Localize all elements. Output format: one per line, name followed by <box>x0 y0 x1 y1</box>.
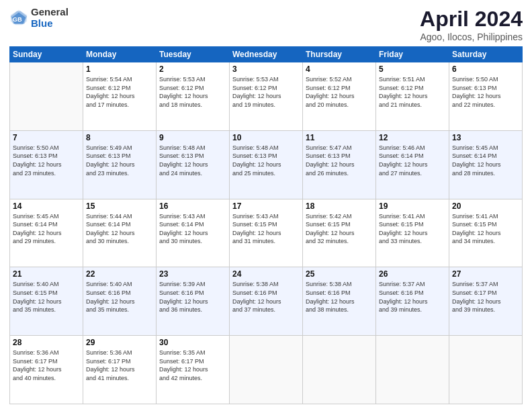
th-wednesday: Wednesday <box>230 47 303 62</box>
table-row: 11Sunrise: 5:47 AM Sunset: 6:13 PM Dayli… <box>303 130 376 199</box>
day-info: Sunrise: 5:36 AM Sunset: 6:17 PM Dayligh… <box>13 349 80 382</box>
th-sunday: Sunday <box>10 47 83 62</box>
day-info: Sunrise: 5:43 AM Sunset: 6:15 PM Dayligh… <box>232 212 300 246</box>
main-title: April 2024 <box>420 7 523 32</box>
table-row: 26Sunrise: 5:37 AM Sunset: 6:16 PM Dayli… <box>376 267 449 336</box>
table-row: 15Sunrise: 5:44 AM Sunset: 6:14 PM Dayli… <box>83 199 157 267</box>
table-row: 8Sunrise: 5:49 AM Sunset: 6:13 PM Daylig… <box>83 130 157 199</box>
day-number: 22 <box>86 269 153 279</box>
calendar-table: Sunday Monday Tuesday Wednesday Thursday… <box>9 46 523 404</box>
table-row: 24Sunrise: 5:38 AM Sunset: 6:16 PM Dayli… <box>230 267 303 336</box>
day-info: Sunrise: 5:40 AM Sunset: 6:16 PM Dayligh… <box>86 280 153 314</box>
day-info: Sunrise: 5:41 AM Sunset: 6:15 PM Dayligh… <box>379 212 446 246</box>
table-row <box>10 62 83 131</box>
table-row: 29Sunrise: 5:36 AM Sunset: 6:17 PM Dayli… <box>83 336 157 404</box>
th-thursday: Thursday <box>303 47 376 62</box>
day-info: Sunrise: 5:48 AM Sunset: 6:13 PM Dayligh… <box>159 144 226 177</box>
day-number: 27 <box>452 269 519 279</box>
day-number: 28 <box>13 338 80 347</box>
day-info: Sunrise: 5:43 AM Sunset: 6:14 PM Dayligh… <box>159 212 226 246</box>
page: GB General Blue April 2024 Agoo, Ilocos,… <box>0 0 532 411</box>
day-info: Sunrise: 5:50 AM Sunset: 6:13 PM Dayligh… <box>13 144 80 177</box>
table-row: 22Sunrise: 5:40 AM Sunset: 6:16 PM Dayli… <box>83 267 157 336</box>
day-info: Sunrise: 5:50 AM Sunset: 6:13 PM Dayligh… <box>452 75 519 109</box>
day-info: Sunrise: 5:54 AM Sunset: 6:12 PM Dayligh… <box>86 75 153 109</box>
day-number: 21 <box>13 269 80 279</box>
day-info: Sunrise: 5:37 AM Sunset: 6:16 PM Dayligh… <box>379 280 446 314</box>
day-number: 17 <box>232 201 300 211</box>
day-info: Sunrise: 5:40 AM Sunset: 6:15 PM Dayligh… <box>13 280 80 314</box>
week-row-5: 28Sunrise: 5:36 AM Sunset: 6:17 PM Dayli… <box>10 336 523 404</box>
week-row-3: 14Sunrise: 5:45 AM Sunset: 6:14 PM Dayli… <box>10 199 523 267</box>
day-number: 15 <box>86 201 153 211</box>
day-number: 24 <box>232 269 300 279</box>
day-number: 8 <box>86 133 153 142</box>
table-row: 19Sunrise: 5:41 AM Sunset: 6:15 PM Dayli… <box>376 199 449 267</box>
day-number: 5 <box>379 64 446 74</box>
day-number: 12 <box>379 133 446 142</box>
day-number: 14 <box>13 201 80 211</box>
day-number: 30 <box>159 338 226 347</box>
subtitle: Agoo, Ilocos, Philippines <box>420 32 523 42</box>
table-row: 20Sunrise: 5:41 AM Sunset: 6:15 PM Dayli… <box>449 199 523 267</box>
week-row-1: 1Sunrise: 5:54 AM Sunset: 6:12 PM Daylig… <box>10 62 523 131</box>
th-tuesday: Tuesday <box>157 47 230 62</box>
table-row: 12Sunrise: 5:46 AM Sunset: 6:14 PM Dayli… <box>376 130 449 199</box>
day-number: 11 <box>306 133 373 142</box>
logo-text: General Blue <box>31 7 69 29</box>
table-row: 16Sunrise: 5:43 AM Sunset: 6:14 PM Dayli… <box>157 199 230 267</box>
day-info: Sunrise: 5:42 AM Sunset: 6:15 PM Dayligh… <box>306 212 373 246</box>
day-number: 2 <box>159 64 226 74</box>
title-block: April 2024 Agoo, Ilocos, Philippines <box>420 7 523 42</box>
table-row: 25Sunrise: 5:38 AM Sunset: 6:16 PM Dayli… <box>303 267 376 336</box>
day-number: 4 <box>306 64 373 74</box>
day-number: 19 <box>379 201 446 211</box>
day-number: 16 <box>159 201 226 211</box>
day-info: Sunrise: 5:39 AM Sunset: 6:16 PM Dayligh… <box>159 280 226 314</box>
table-row <box>303 336 376 404</box>
day-info: Sunrise: 5:53 AM Sunset: 6:12 PM Dayligh… <box>159 75 226 109</box>
th-friday: Friday <box>376 47 449 62</box>
day-number: 6 <box>452 64 519 74</box>
day-info: Sunrise: 5:46 AM Sunset: 6:14 PM Dayligh… <box>379 144 446 177</box>
table-row: 4Sunrise: 5:52 AM Sunset: 6:12 PM Daylig… <box>303 62 376 131</box>
day-number: 18 <box>306 201 373 211</box>
day-info: Sunrise: 5:52 AM Sunset: 6:12 PM Dayligh… <box>306 75 373 109</box>
day-info: Sunrise: 5:45 AM Sunset: 6:14 PM Dayligh… <box>452 144 519 177</box>
day-number: 1 <box>86 64 153 74</box>
day-info: Sunrise: 5:53 AM Sunset: 6:12 PM Dayligh… <box>232 75 300 109</box>
table-row: 9Sunrise: 5:48 AM Sunset: 6:13 PM Daylig… <box>157 130 230 199</box>
header-row: Sunday Monday Tuesday Wednesday Thursday… <box>10 47 523 62</box>
logo-blue-text: Blue <box>31 18 69 30</box>
table-row: 7Sunrise: 5:50 AM Sunset: 6:13 PM Daylig… <box>10 130 83 199</box>
table-row: 10Sunrise: 5:48 AM Sunset: 6:13 PM Dayli… <box>230 130 303 199</box>
table-row: 14Sunrise: 5:45 AM Sunset: 6:14 PM Dayli… <box>10 199 83 267</box>
day-number: 9 <box>159 133 226 142</box>
day-info: Sunrise: 5:36 AM Sunset: 6:17 PM Dayligh… <box>86 349 153 382</box>
table-row: 17Sunrise: 5:43 AM Sunset: 6:15 PM Dayli… <box>230 199 303 267</box>
logo: GB General Blue <box>9 7 69 29</box>
table-row: 27Sunrise: 5:37 AM Sunset: 6:17 PM Dayli… <box>449 267 523 336</box>
day-number: 23 <box>159 269 226 279</box>
table-row <box>449 336 523 404</box>
table-row: 6Sunrise: 5:50 AM Sunset: 6:13 PM Daylig… <box>449 62 523 131</box>
th-monday: Monday <box>83 47 157 62</box>
day-number: 13 <box>452 133 519 142</box>
day-number: 3 <box>232 64 300 74</box>
table-row: 18Sunrise: 5:42 AM Sunset: 6:15 PM Dayli… <box>303 199 376 267</box>
th-saturday: Saturday <box>449 47 523 62</box>
day-info: Sunrise: 5:45 AM Sunset: 6:14 PM Dayligh… <box>13 212 80 246</box>
day-number: 7 <box>13 133 80 142</box>
table-row: 13Sunrise: 5:45 AM Sunset: 6:14 PM Dayli… <box>449 130 523 199</box>
svg-text:GB: GB <box>13 15 22 22</box>
table-row: 2Sunrise: 5:53 AM Sunset: 6:12 PM Daylig… <box>157 62 230 131</box>
header: GB General Blue April 2024 Agoo, Ilocos,… <box>9 7 523 42</box>
day-number: 25 <box>306 269 373 279</box>
day-info: Sunrise: 5:51 AM Sunset: 6:12 PM Dayligh… <box>379 75 446 109</box>
table-row: 3Sunrise: 5:53 AM Sunset: 6:12 PM Daylig… <box>230 62 303 131</box>
day-info: Sunrise: 5:48 AM Sunset: 6:13 PM Dayligh… <box>232 144 300 177</box>
table-row: 1Sunrise: 5:54 AM Sunset: 6:12 PM Daylig… <box>83 62 157 131</box>
day-info: Sunrise: 5:38 AM Sunset: 6:16 PM Dayligh… <box>232 280 300 314</box>
table-row: 30Sunrise: 5:35 AM Sunset: 6:17 PM Dayli… <box>157 336 230 404</box>
day-info: Sunrise: 5:47 AM Sunset: 6:13 PM Dayligh… <box>306 144 373 177</box>
